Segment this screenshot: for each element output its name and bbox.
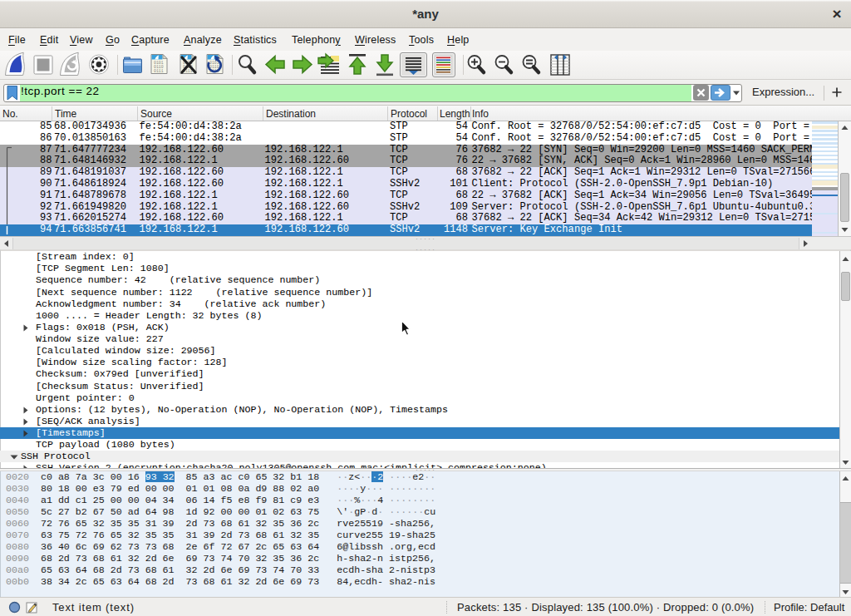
svg-text:0111: 0111	[154, 69, 164, 73]
